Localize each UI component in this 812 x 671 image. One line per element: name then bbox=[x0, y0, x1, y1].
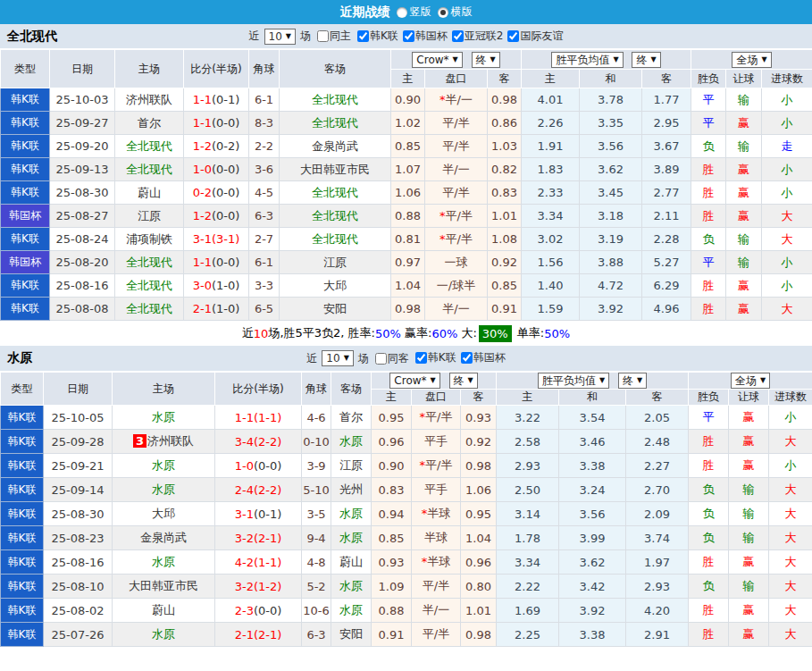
odds-company-select[interactable]: Crow*▼ bbox=[389, 373, 439, 389]
away-odds: 1.08 bbox=[488, 228, 522, 251]
result-goals: 小 bbox=[762, 274, 812, 298]
away-team-link[interactable]: 全北现代 bbox=[312, 232, 358, 246]
home-odds: 0.95 bbox=[372, 406, 412, 430]
away-team[interactable]: 全北现代 bbox=[280, 228, 391, 251]
away-team-link[interactable]: 水原 bbox=[339, 579, 363, 592]
away-team-link[interactable]: 水原 bbox=[339, 434, 363, 448]
home-team[interactable]: 水原 bbox=[113, 623, 215, 647]
away-team-link[interactable]: 全北现代 bbox=[312, 116, 358, 130]
home-team-link[interactable]: 水原 bbox=[152, 555, 175, 568]
league-filter-checkbox[interactable] bbox=[415, 352, 427, 364]
away-team-link[interactable]: 全北现代 bbox=[312, 209, 358, 222]
same-venue-filter[interactable]: 同客 bbox=[371, 351, 409, 366]
away-team[interactable]: 水原 bbox=[331, 526, 372, 550]
home-team-link[interactable]: 全北现代 bbox=[126, 139, 172, 153]
radio-selected-icon[interactable] bbox=[438, 7, 448, 18]
league-filter-checkbox[interactable] bbox=[461, 352, 473, 364]
league-filter-checkbox[interactable] bbox=[357, 30, 369, 42]
home-team[interactable]: 全北现代 bbox=[115, 158, 184, 181]
avg-odds-select[interactable]: 胜平负均值▼ bbox=[551, 52, 623, 68]
home-team[interactable]: 全北现代 bbox=[115, 298, 184, 321]
result-outcome: 胜 bbox=[691, 158, 726, 181]
away-team[interactable]: 全北现代 bbox=[280, 181, 391, 205]
odds-company-select[interactable]: Crow*▼ bbox=[412, 52, 462, 68]
away-team[interactable]: 水原 bbox=[331, 599, 372, 623]
league-filter-韩K联[interactable]: 韩K联 bbox=[353, 29, 398, 44]
league-filter-checkbox[interactable] bbox=[452, 30, 464, 42]
home-odds: 0.81 bbox=[391, 228, 425, 251]
radio-unselected-icon[interactable] bbox=[397, 7, 407, 18]
away-team-link[interactable]: 全北现代 bbox=[312, 93, 358, 106]
fulltime-score: 3-4 bbox=[235, 435, 254, 449]
scope-group-header: 全场▼ bbox=[689, 373, 812, 390]
home-team-link[interactable]: 全北现代 bbox=[126, 279, 172, 292]
away-team-link: 大田韩亚市民 bbox=[300, 163, 370, 176]
match-row: 韩K联25-08-10大田韩亚市民3-2(1-2)5-2水原1.09平/半0.8… bbox=[1, 575, 812, 599]
league-filter-韩K联[interactable]: 韩K联 bbox=[411, 350, 456, 365]
final-odds-select[interactable]: 终▼ bbox=[472, 52, 500, 68]
away-team: 大邱 bbox=[280, 274, 391, 298]
match-count-select[interactable]: 10 ▼ bbox=[264, 29, 296, 45]
layout-option-vertical[interactable]: 竖版 bbox=[397, 4, 431, 20]
match-count-select[interactable]: 10 ▼ bbox=[322, 350, 353, 366]
sub-col-goals-result: 进球数 bbox=[762, 70, 812, 88]
home-team-link: 蔚山 bbox=[138, 186, 161, 199]
result-handicap: 输 bbox=[729, 502, 769, 526]
league-filter-亚冠联2[interactable]: 亚冠联2 bbox=[448, 29, 504, 44]
fulltime-score: 2-3 bbox=[235, 604, 254, 617]
col-home: 主场 bbox=[113, 373, 215, 406]
away-team[interactable]: 全北现代 bbox=[280, 112, 391, 135]
final-odds-select[interactable]: 终▼ bbox=[449, 373, 478, 389]
home-team-link[interactable]: 水原 bbox=[152, 458, 175, 472]
home-team-link[interactable]: 全北现代 bbox=[126, 163, 172, 176]
league-filter-国际友谊[interactable]: 国际友谊 bbox=[503, 29, 563, 44]
avg-odds-select[interactable]: 胜平负均值▼ bbox=[538, 373, 609, 389]
league-filter-checkbox[interactable] bbox=[507, 30, 519, 42]
fulltime-score: 1-1 bbox=[193, 93, 212, 106]
home-team-link[interactable]: 全北现代 bbox=[126, 256, 172, 269]
away-team-link[interactable]: 水原 bbox=[339, 507, 363, 520]
same-venue-checkbox[interactable] bbox=[317, 30, 329, 42]
avg-draw-odds: 4.72 bbox=[580, 274, 642, 298]
league-filter-韩国杯[interactable]: 韩国杯 bbox=[456, 350, 506, 365]
home-team-link[interactable]: 全北现代 bbox=[126, 302, 172, 315]
away-team-link[interactable]: 水原 bbox=[339, 603, 363, 616]
same-venue-checkbox[interactable] bbox=[375, 353, 387, 365]
away-team[interactable]: 水原 bbox=[331, 502, 372, 526]
home-team-link[interactable]: 水原 bbox=[152, 627, 175, 641]
match-score: 1-1(0-1) bbox=[184, 88, 249, 112]
home-team[interactable]: 水原 bbox=[113, 454, 215, 478]
home-team[interactable]: 全北现代 bbox=[115, 274, 184, 298]
match-scope-select[interactable]: 全场▼ bbox=[731, 373, 770, 389]
home-team[interactable]: 水原 bbox=[113, 478, 215, 502]
match-score: 2-3(0-0) bbox=[215, 599, 302, 623]
same-venue-filter[interactable]: 同主 bbox=[313, 29, 351, 44]
home-team[interactable]: 全北现代 bbox=[115, 135, 184, 158]
away-team[interactable]: 全北现代 bbox=[280, 205, 391, 228]
home-team-link[interactable]: 水原 bbox=[152, 410, 175, 424]
away-team[interactable]: 水原 bbox=[331, 430, 372, 454]
away-team[interactable]: 全北现代 bbox=[280, 88, 391, 112]
league-filter-checkbox[interactable] bbox=[403, 30, 414, 42]
home-team[interactable]: 水原 bbox=[113, 406, 215, 430]
away-team-link[interactable]: 水原 bbox=[339, 531, 363, 544]
home-team-link: 蔚山 bbox=[152, 603, 175, 616]
away-team[interactable]: 水原 bbox=[331, 575, 372, 599]
away-team-link[interactable]: 全北现代 bbox=[312, 186, 358, 199]
halftime-score: (2-2) bbox=[254, 483, 281, 497]
league-filter-韩国杯[interactable]: 韩国杯 bbox=[398, 29, 448, 44]
home-team-link[interactable]: 水原 bbox=[152, 482, 175, 496]
home-odds: 0.98 bbox=[391, 298, 425, 321]
match-scope-select[interactable]: 全场▼ bbox=[732, 52, 771, 68]
halftime-score: (1-2) bbox=[254, 580, 281, 593]
avg-home-odds: 1.78 bbox=[497, 526, 559, 550]
avg-draw-odds: 3.92 bbox=[580, 298, 642, 321]
home-team[interactable]: 全北现代 bbox=[115, 251, 184, 274]
recent-results-table-1: 类型 日期 主场 比分(半场) 角球 客场 Crow*▼ 终▼ 胜平负均值▼ 终… bbox=[0, 49, 812, 321]
final-avg-select[interactable]: 终▼ bbox=[618, 373, 647, 389]
home-odds: 1.04 bbox=[391, 274, 425, 298]
home-team[interactable]: 水原 bbox=[113, 550, 215, 575]
final-avg-select[interactable]: 终▼ bbox=[632, 52, 660, 68]
layout-option-horizontal[interactable]: 横版 bbox=[438, 4, 473, 20]
away-odds: 1.01 bbox=[488, 205, 522, 228]
